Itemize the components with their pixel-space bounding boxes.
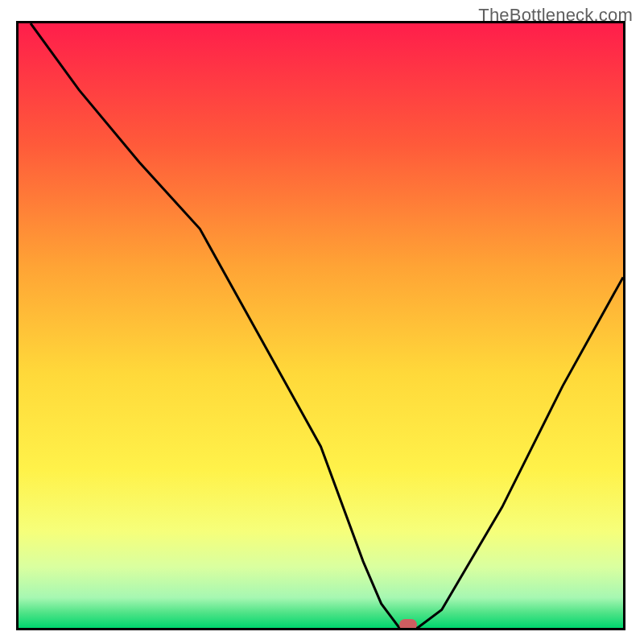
bottleneck-curve bbox=[31, 23, 623, 628]
watermark-text: TheBottleneck.com bbox=[478, 5, 633, 26]
optimum-marker bbox=[399, 619, 417, 630]
curve-layer bbox=[19, 23, 623, 628]
chart-frame: TheBottleneck.com bbox=[0, 0, 644, 644]
plot-area bbox=[16, 21, 625, 630]
